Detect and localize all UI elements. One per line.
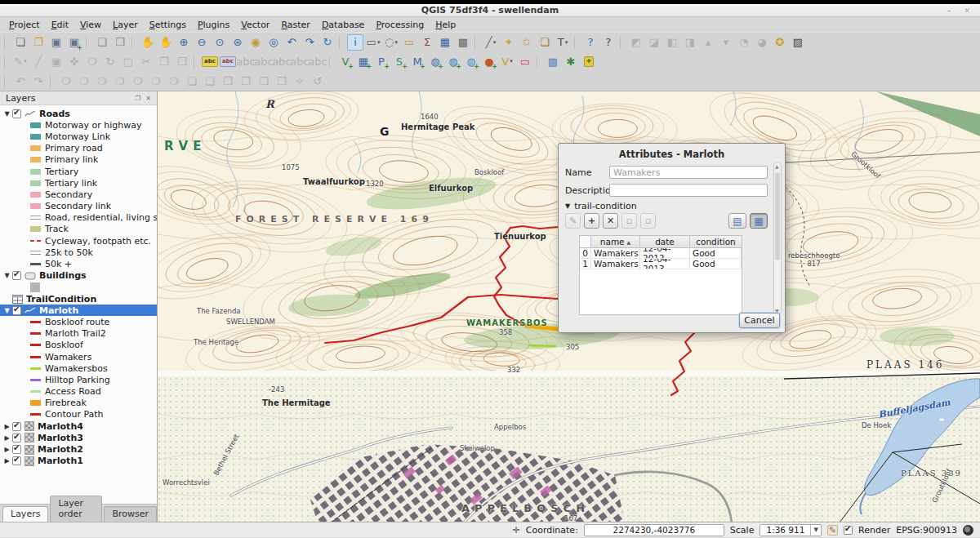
zoom-to-layer-button[interactable]: ◎ xyxy=(265,34,282,51)
layer-item-buildings[interactable]: ▼Buildings xyxy=(0,270,157,282)
menu-processing[interactable]: Processing xyxy=(370,19,430,31)
zoom-in-button[interactable]: ⊕ xyxy=(176,34,192,51)
layer-item-firebreak[interactable]: Firebreak xyxy=(0,398,157,409)
add-child-feature-button[interactable]: + xyxy=(584,213,599,229)
scale-dropdown-icon[interactable]: ▼ xyxy=(810,525,820,536)
row-number-header[interactable] xyxy=(580,236,591,247)
layer-checkbox[interactable] xyxy=(12,456,21,465)
layer-labeling-button[interactable]: abc xyxy=(202,53,218,69)
layer-item-25k-to-50k[interactable]: 25k to 50k xyxy=(0,247,157,258)
whats-this-button[interactable]: ? xyxy=(600,34,617,51)
dialog-scrollbar[interactable]: ▲ ▼ xyxy=(773,162,782,315)
processing-toolbox-button[interactable]: ✱ xyxy=(563,53,579,69)
name-cell[interactable]: Wamakers xyxy=(591,259,640,269)
dropdown-arrow-icon[interactable]: ▾ xyxy=(510,58,513,64)
menu-vector[interactable]: Vector xyxy=(235,19,275,31)
attribute-table-button[interactable]: ▦ xyxy=(437,34,453,51)
show-bookmarks-button[interactable]: ❏ xyxy=(537,34,553,51)
layer-item-boskloof[interactable]: Boskloof xyxy=(0,340,157,351)
remove-layer-button[interactable]: ▭ xyxy=(517,53,533,69)
layer-item-access-road[interactable]: Access Road xyxy=(0,386,157,398)
layer-item-boskloof-route[interactable]: Boskloof route xyxy=(0,316,157,327)
add-mssql-layer-button[interactable]: M+ xyxy=(409,53,425,69)
zoom-out-button[interactable]: ⊖ xyxy=(194,34,210,51)
select-features-button[interactable]: ▭▾ xyxy=(365,34,381,51)
crs-globe-icon[interactable] xyxy=(963,525,973,536)
layer-item-cycleway-footpath-etc[interactable]: Cycleway, footpath etc. xyxy=(0,235,157,247)
statistics-button[interactable]: Σ xyxy=(419,34,435,51)
python-console-button[interactable]: ▩ xyxy=(545,53,561,69)
close-panel-icon[interactable]: ✕ xyxy=(145,95,151,102)
layer-item-marloth3[interactable]: ▶Marloth3 xyxy=(0,432,157,443)
table-row[interactable]: 1Wamakers12-04-2013Good xyxy=(580,259,742,269)
deselect-all-button[interactable]: ▭ xyxy=(401,34,417,51)
layer-checkbox[interactable] xyxy=(12,271,21,280)
coordinate-capture-icon[interactable]: ✛ xyxy=(513,525,520,536)
condition-cell[interactable]: Good xyxy=(690,248,742,259)
trail-condition-group[interactable]: ▼ trail-condition xyxy=(565,201,637,211)
column-header-condition[interactable]: condition xyxy=(690,236,742,247)
layer-item-marloth2[interactable]: ▶Marloth2 xyxy=(0,443,157,455)
menu-project[interactable]: Project xyxy=(3,19,46,31)
new-bookmark-button[interactable]: ✩ xyxy=(519,34,535,51)
panel-tab-layer-order[interactable]: Layer order xyxy=(50,496,102,522)
menu-raster[interactable]: Raster xyxy=(275,19,315,31)
layer-item-motorway-or-highway[interactable]: Motorway or highway xyxy=(0,119,157,131)
name-cell[interactable]: Wamakers xyxy=(591,248,640,259)
new-virtual-layer-button[interactable]: V▾ xyxy=(499,53,515,69)
menu-help[interactable]: Help xyxy=(430,19,461,31)
layer-item-secondary[interactable]: Secondary xyxy=(0,189,157,200)
layer-item-swatch[interactable] xyxy=(0,282,157,293)
add-wcs-layer-button[interactable]: ◍+ xyxy=(445,53,461,69)
layer-checkbox[interactable] xyxy=(12,422,21,431)
date-cell[interactable]: 12-04-2013 xyxy=(640,259,690,269)
panel-tab-layers[interactable]: Layers xyxy=(2,506,48,522)
layer-item-hilltop-parking[interactable]: Hilltop Parking xyxy=(0,374,157,385)
panel-tab-browser[interactable]: Browser xyxy=(104,506,157,522)
pan-to-selection-button[interactable]: ✋ xyxy=(158,34,174,51)
add-wfs-layer-button[interactable]: ◍+ xyxy=(463,53,479,69)
layer-checkbox[interactable] xyxy=(12,306,21,315)
layer-item-trailcondition[interactable]: TrailCondition xyxy=(0,293,157,305)
save-project-as-button[interactable]: ▣+ xyxy=(66,34,82,51)
menu-database[interactable]: Database xyxy=(316,19,371,31)
layer-item-marloth-trail2[interactable]: Marloth Trail2 xyxy=(0,328,157,340)
name-field[interactable] xyxy=(609,166,768,179)
open-project-button[interactable]: ❐ xyxy=(30,34,47,51)
layer-item-primary-road[interactable]: Primary road xyxy=(0,143,157,154)
zoom-native-button[interactable]: ⊙ xyxy=(212,34,228,51)
layer-checkbox[interactable] xyxy=(12,434,21,442)
delete-child-feature-button[interactable]: ✕ xyxy=(603,213,618,229)
expand-arrow-icon[interactable]: ▼ xyxy=(2,110,12,118)
menu-plugins[interactable]: Plugins xyxy=(192,19,235,31)
layer-item-marloth1[interactable]: ▶Marloth1 xyxy=(0,456,157,467)
row-number-cell[interactable]: 0 xyxy=(580,248,591,259)
diagram-options-button[interactable]: ▨ xyxy=(790,34,806,51)
dropdown-arrow-icon[interactable]: ▾ xyxy=(565,39,568,46)
column-header-date[interactable]: date xyxy=(640,236,690,247)
layer-item-contour-path[interactable]: Contour Path xyxy=(0,409,157,420)
text-annotation-button[interactable]: T▾ xyxy=(555,34,571,51)
identify-features-button[interactable]: i xyxy=(347,34,363,51)
zoom-to-selection-button[interactable]: ◉ xyxy=(247,34,264,51)
field-calculator-button[interactable]: ▩ xyxy=(455,34,471,51)
add-postgis-layer-button[interactable]: P+ xyxy=(373,53,390,69)
add-spatialite-layer-button[interactable]: S+ xyxy=(391,53,408,69)
condition-cell[interactable]: Good xyxy=(690,259,742,269)
table-row[interactable]: 0Wamakers12-04-2012Good xyxy=(580,248,742,259)
zoom-full-button[interactable]: ⊛ xyxy=(229,34,246,51)
menu-layer[interactable]: Layer xyxy=(107,19,144,31)
collapse-arrow-icon[interactable]: ▶ xyxy=(2,457,12,465)
help-contents-button[interactable]: ? xyxy=(582,34,599,51)
layer-item-tertiary[interactable]: Tertiary xyxy=(0,166,157,177)
coordinate-input[interactable] xyxy=(584,524,724,536)
pan-map-button[interactable]: ✋ xyxy=(140,34,156,51)
float-panel-icon[interactable]: ❐ xyxy=(135,95,140,102)
window-titlebar[interactable]: QGIS 75df3f4 - swellendam – ✕ xyxy=(0,4,980,17)
composer-manager-button[interactable]: ❒ xyxy=(112,34,128,51)
close-button[interactable]: ✕ xyxy=(964,7,970,15)
map-tips-button[interactable]: ✦ xyxy=(501,34,517,51)
scroll-up-icon[interactable]: ▲ xyxy=(775,163,779,169)
description-field[interactable] xyxy=(609,184,768,197)
add-wms-layer-button[interactable]: ◍+ xyxy=(427,53,443,69)
